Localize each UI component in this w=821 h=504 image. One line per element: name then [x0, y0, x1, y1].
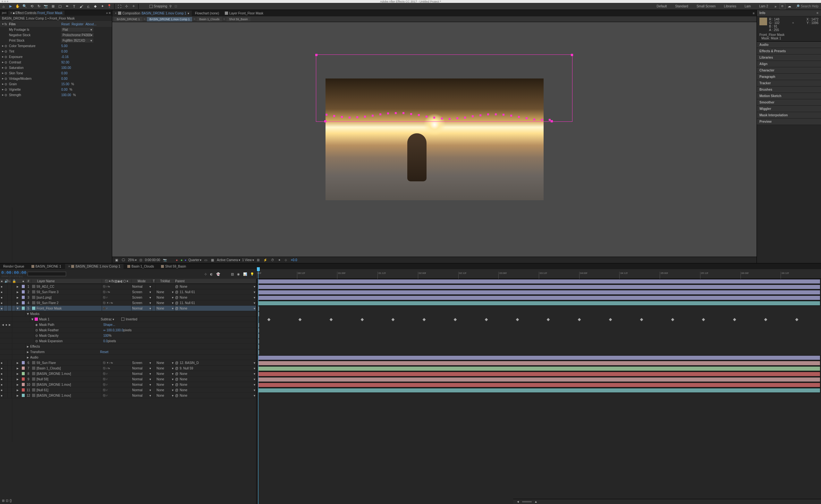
keyframe-icon[interactable] — [733, 318, 736, 321]
layer-row[interactable]: ● ► 9 [Null 59] ⚫ / Normal ▾ None ▾ @ No… — [0, 376, 256, 382]
layer-switches[interactable]: ⚫ / fx — [102, 289, 131, 294]
panel-header-tracker[interactable]: Tracker — [757, 80, 821, 87]
layer-name[interactable]: [sun1.png] — [31, 295, 102, 300]
parent-dropdown[interactable]: @ None ▾ — [174, 295, 256, 300]
trkmat-dropdown[interactable]: None ▾ — [156, 393, 174, 398]
mask-vertex[interactable] — [433, 117, 435, 119]
prop-dropdown[interactable]: Fujifilm 3521XD▾ — [61, 38, 93, 43]
stopwatch-icon[interactable]: ◈ — [35, 322, 39, 327]
mask-path[interactable] — [326, 109, 543, 122]
label-color[interactable] — [22, 307, 25, 310]
stopwatch-icon[interactable]: ⊙ — [4, 61, 8, 64]
twirl-icon[interactable]: ► — [15, 387, 21, 392]
layer-sub-row[interactable]: ►TransformReset — [0, 349, 256, 355]
panel-header-align[interactable]: Align — [757, 61, 821, 67]
layer-row[interactable]: ● ► 12 [BASIN_DRONE 1.mov] ⚫ / Normal ▾ … — [0, 393, 256, 398]
panel-menu-icon[interactable]: ≡ — [751, 12, 757, 15]
mask-vertex[interactable] — [456, 117, 458, 119]
reset-link[interactable]: Reset — [61, 22, 70, 26]
flow-item[interactable]: Shot 59_Basin — [227, 17, 251, 21]
parent-dropdown[interactable]: @ None ▾ — [174, 306, 256, 311]
draft3d-icon[interactable]: ◐ — [209, 272, 214, 276]
trkmat-dropdown[interactable]: None ▾ — [156, 300, 174, 305]
twirl-icon[interactable]: ► — [15, 393, 21, 398]
workspace-lam-2[interactable]: Lam 2 — [755, 4, 772, 9]
panel-header-brushes[interactable]: Brushes — [757, 87, 821, 93]
mask-handle-tr[interactable] — [571, 54, 573, 56]
keyframe-icon[interactable] — [609, 318, 612, 321]
toggle-pane-icon[interactable]: {} — [10, 499, 12, 503]
prop-value[interactable]: 92.00 — [61, 61, 69, 64]
parent-dropdown[interactable]: @ None ▾ — [174, 376, 256, 382]
parent-dropdown[interactable]: @ None ▾ — [174, 382, 256, 387]
prop-dropdown[interactable]: Prolochrome P4300▾ — [61, 33, 94, 37]
layer-name[interactable]: Front_Floor Mask — [31, 306, 102, 311]
layer-switches[interactable]: ⚫ / — [102, 382, 131, 387]
mask-vertex[interactable] — [341, 116, 343, 118]
label-color[interactable] — [22, 383, 25, 386]
layer-sub-row[interactable]: ⊙Mask Feather∞ 100.0,100.0 pixels — [0, 327, 256, 333]
parent-dropdown[interactable]: @ 11. Null 61 ▾ — [174, 300, 256, 305]
prop-value[interactable]: 100.00 — [61, 66, 71, 70]
keyframe-track[interactable] — [257, 317, 821, 322]
brainstorm-tl-icon[interactable]: 💡 — [249, 272, 255, 276]
comp-tab[interactable]: Layer Front_Floor Mask — [222, 11, 266, 16]
workspace-small-screen[interactable]: Small Screen — [693, 4, 719, 9]
mask-vertex[interactable] — [472, 115, 474, 117]
label-color[interactable] — [22, 377, 25, 381]
pickwhip-icon[interactable]: @ — [175, 372, 178, 376]
reset-link[interactable]: Reset — [100, 350, 108, 354]
transparency-icon[interactable]: ▦ — [210, 258, 215, 262]
toggle-switches-icon[interactable]: ⊞ — [2, 499, 4, 503]
mask-vertex[interactable] — [379, 113, 381, 115]
layer-sub-row[interactable]: ►Effects — [0, 344, 256, 349]
label-color[interactable] — [22, 290, 25, 293]
trkmat-dropdown[interactable]: None ▾ — [156, 366, 174, 371]
comp-mini-flow-icon[interactable]: ⊹ — [203, 272, 208, 276]
twirl-icon[interactable]: ► — [1, 83, 4, 86]
keyframe-icon[interactable] — [516, 318, 519, 321]
layer-name[interactable]: [Null 61] — [31, 387, 102, 392]
layer-sub-row[interactable]: ◄ ● ►◈Mask PathShape... — [0, 322, 256, 327]
layer-duration-bar[interactable] — [258, 285, 820, 289]
layer-name[interactable]: [Basin 1_Clouds] — [31, 366, 102, 371]
mode-dropdown[interactable]: Screen ▾ — [131, 300, 152, 305]
mode-dropdown[interactable]: Normal ▾ — [131, 371, 152, 376]
mask-vertex[interactable] — [479, 114, 481, 116]
pickwhip-icon[interactable]: @ — [175, 383, 178, 386]
parent-dropdown[interactable]: @ None ▾ — [174, 284, 256, 289]
roto-tool-icon[interactable]: ✦ — [99, 4, 105, 9]
twirl-icon[interactable]: ► — [1, 50, 4, 53]
twirl-icon[interactable]: ► — [26, 349, 30, 354]
mask-vertex[interactable] — [541, 119, 543, 121]
project-tab[interactable]: ject — [0, 11, 8, 15]
layer-name[interactable]: 59_ADJ_CC — [31, 284, 102, 289]
stopwatch-icon[interactable]: ⊙ — [4, 66, 8, 70]
mask-vertex[interactable] — [356, 116, 358, 118]
layer-row[interactable]: ● ► 1 59_ADJ_CC ⚫ / fx Normal ▾ @ None ▾ — [0, 284, 256, 289]
playhead-line[interactable] — [258, 279, 259, 504]
twirl-icon[interactable]: ► — [1, 77, 4, 80]
layer-row[interactable]: ● ► 10 [BASIN_DRONE 1.mov] ⚫ / Normal ▾ … — [0, 382, 256, 387]
motion-blur-icon[interactable]: ◉ — [236, 272, 241, 276]
zoom-tool-icon[interactable]: 🔍 — [22, 4, 28, 9]
mask-vertex[interactable] — [372, 115, 374, 117]
layer-duration-bar[interactable] — [258, 372, 820, 376]
layer-duration-bar[interactable] — [258, 383, 820, 387]
always-preview-icon[interactable]: ▣ — [114, 258, 119, 262]
label-color[interactable] — [22, 388, 25, 392]
timeline-tab[interactable]: BASIN_DRONE 1 — [28, 264, 64, 269]
pickwhip-icon[interactable]: @ — [175, 301, 178, 305]
twirl-icon[interactable]: ► — [26, 344, 30, 349]
timeline-tracks[interactable]: 00f00:12f01:00f01:12f02:00f02:12f03:00f0… — [257, 269, 821, 504]
mask-vertex[interactable] — [395, 112, 397, 114]
keyframe-icon[interactable] — [329, 318, 333, 321]
snapshot-icon[interactable]: 📷 — [162, 258, 168, 262]
mask-vertex[interactable] — [333, 115, 335, 117]
trkmat-dropdown[interactable]: None ▾ — [156, 306, 174, 311]
graph-editor-icon[interactable]: 📊 — [242, 272, 248, 276]
prop-value[interactable]: 100.00 — [61, 93, 71, 97]
prop-value[interactable]: 0.00 — [61, 50, 67, 53]
mask-prop-value[interactable]: ∞ 100.0,100.0 — [103, 328, 123, 332]
search-help[interactable]: 🔎 Search Help — [793, 4, 821, 8]
